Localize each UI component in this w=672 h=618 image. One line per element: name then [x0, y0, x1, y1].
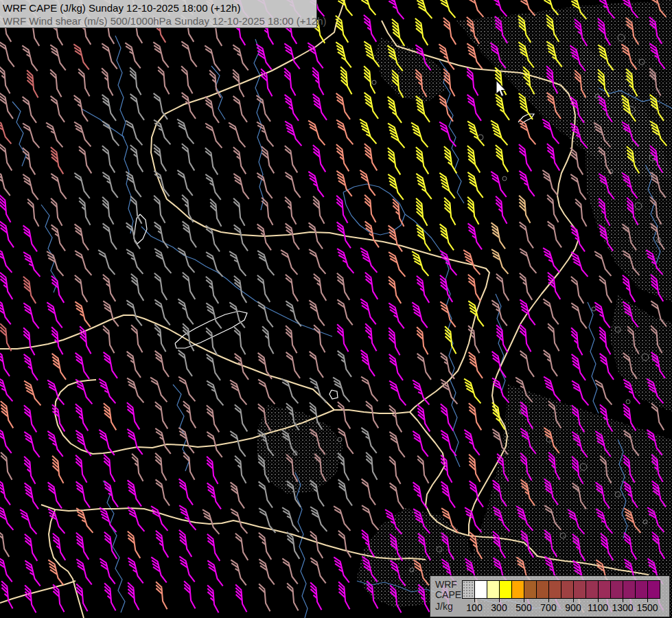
- legend-cell: [549, 581, 561, 598]
- legend-cell: [487, 581, 500, 598]
- legend-cell: [611, 581, 623, 598]
- legend-label-wrf: WRF: [435, 580, 457, 589]
- cape-title: WRF CAPE (J/kg) Sunday 12-10-2025 18:00 …: [3, 1, 316, 14]
- legend-colorbar: [462, 580, 660, 599]
- legend-label-cape: CAPE: [435, 590, 461, 599]
- legend-cell: [537, 581, 549, 598]
- weather-map-viewer: WRF CAPE (J/kg) Sunday 12-10-2025 18:00 …: [0, 0, 672, 618]
- legend-cell: [500, 581, 512, 598]
- legend-tick-label: 300: [491, 602, 507, 613]
- map-title-box: WRF CAPE (J/kg) Sunday 12-10-2025 18:00 …: [0, 0, 317, 28]
- legend-cell: [623, 581, 636, 598]
- legend-cell: [586, 581, 599, 598]
- legend-tick-label: 1500: [636, 602, 658, 613]
- legend-cell: [512, 581, 524, 598]
- cape-legend: WRF CAPE J/kg 10030050070090011001300150…: [430, 575, 670, 617]
- legend-label-unit: J/kg: [435, 602, 453, 611]
- legend-cell: [463, 581, 475, 598]
- legend-tick-label: 100: [466, 602, 482, 613]
- legend-tick-label: 1100: [588, 602, 608, 613]
- legend-tick-label: 700: [540, 602, 556, 613]
- weather-map-canvas[interactable]: [0, 0, 672, 618]
- wind-shear-title: WRF Wind shear (m/s) 500/1000hPa Sunday …: [3, 14, 316, 27]
- legend-cell: [475, 581, 487, 598]
- legend-cell: [648, 581, 660, 598]
- legend-cell: [599, 581, 611, 598]
- legend-cell: [574, 581, 586, 598]
- legend-tick-label: 1300: [612, 602, 633, 613]
- legend-tick-label: 500: [515, 602, 531, 613]
- legend-cell: [524, 581, 537, 598]
- legend-cell: [636, 581, 648, 598]
- legend-cell: [561, 581, 574, 598]
- legend-tick-label: 900: [565, 602, 581, 613]
